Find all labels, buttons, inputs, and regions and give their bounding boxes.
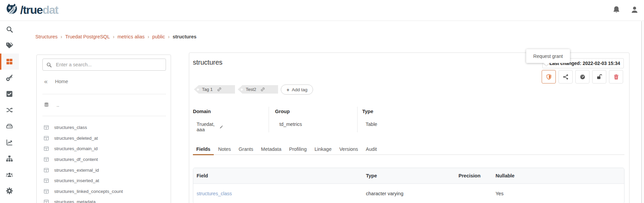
table-icon [43, 157, 49, 162]
sidebar-item-settings[interactable] [0, 183, 19, 199]
tree-item[interactable]: structures_inserted_at [37, 175, 171, 186]
sidebar-item-tags[interactable] [0, 37, 19, 54]
sidebar-item-shuffle[interactable] [0, 102, 19, 118]
unlock-button[interactable] [592, 70, 606, 83]
field-nullable: Yes [496, 191, 624, 196]
trash-icon [613, 74, 619, 80]
tag-label: Test2 [246, 87, 256, 92]
bell-icon[interactable] [612, 5, 621, 15]
table-icon [43, 167, 49, 173]
sidebar-item-users[interactable] [0, 167, 19, 183]
tab-linkage[interactable]: Linkage [311, 144, 335, 155]
breadcrumb-link-group[interactable]: metrics alias [117, 34, 145, 39]
key-icon [6, 74, 13, 81]
structure-tree-panel: « Home .. structures_class structures_de… [36, 55, 171, 203]
breadcrumb-link-schema[interactable]: public [152, 34, 165, 39]
scrollbar[interactable] [641, 21, 644, 203]
sidebar-item-storage[interactable] [0, 118, 19, 134]
tree-item[interactable]: structures_domain_id [37, 143, 171, 154]
tree-up-item[interactable]: .. [42, 100, 59, 110]
table-icon [43, 178, 49, 183]
field-type: character varying [366, 191, 459, 196]
field-tree: structures_class structures_deleted_at s… [37, 122, 171, 203]
tree-home-item[interactable]: « Home [42, 77, 68, 86]
breadcrumb-current: structures [173, 34, 197, 39]
brand-wordmark: /truedat [20, 3, 58, 16]
delete-button[interactable] [609, 70, 623, 83]
truedat-logo[interactable]: /truedat [5, 3, 58, 17]
add-tag-label: Add tag [292, 87, 308, 92]
tree-item[interactable]: structures_linked_concepts_count [37, 186, 171, 197]
action-button-row [542, 70, 626, 83]
tab-notes[interactable]: Notes [215, 144, 234, 155]
page-title: structures [193, 59, 223, 66]
tree-item[interactable]: structures_class [37, 122, 171, 133]
database-icon [43, 102, 49, 108]
table-icon [43, 189, 49, 194]
share-icon [563, 74, 569, 80]
sidebar-item-lineage[interactable] [0, 150, 19, 167]
request-grant-button[interactable] [542, 70, 556, 83]
tab-profiling[interactable]: Profiling [286, 144, 310, 155]
tag-hole-icon [197, 89, 199, 91]
tag-hole-icon [241, 89, 243, 91]
breadcrumb-separator: › [147, 34, 149, 39]
sitemap-icon [6, 155, 13, 162]
tree-item[interactable]: structures_metadata [37, 197, 171, 203]
fields-table: Field Type Precision Nullable structures… [193, 168, 624, 203]
breadcrumb-separator: › [61, 34, 62, 39]
page: /truedat Structures›Truedat PostgreSQL›m… [0, 0, 644, 203]
sidebar-item-catalog[interactable] [0, 54, 19, 70]
fields-table-header: Field Type Precision Nullable [193, 168, 624, 184]
sidebar-item-quality[interactable] [0, 86, 19, 102]
up-item-label: .. [57, 102, 59, 108]
grid-icon [6, 58, 13, 65]
link-icon[interactable] [217, 87, 222, 92]
add-tag-button[interactable]: + Add tag [281, 84, 313, 95]
sidebar-item-dashboards[interactable] [0, 134, 19, 150]
breadcrumb-separator: › [113, 34, 114, 39]
collapse-chevrons-icon: « [44, 78, 48, 85]
tab-audit[interactable]: Audit [363, 144, 380, 155]
tab-metadata[interactable]: Metadata [258, 144, 284, 155]
breadcrumb-link-system[interactable]: Truedat PostgreSQL [65, 34, 110, 39]
tag-chip[interactable]: Test2 [238, 85, 278, 94]
field-link[interactable]: structures_class [193, 191, 366, 196]
divider [269, 107, 269, 132]
shield-icon [546, 74, 552, 80]
tooltip-text: Request grant [533, 54, 563, 59]
tree-search-box [42, 59, 166, 71]
divider [42, 116, 166, 116]
sidebar-item-permissions[interactable] [0, 70, 19, 86]
shuffle-icon [6, 106, 13, 114]
tab-versions[interactable]: Versions [336, 144, 362, 155]
tab-grants[interactable]: Grants [235, 144, 257, 155]
type-label: Type [362, 109, 373, 114]
owl-logo-icon [5, 3, 19, 17]
edit-pencil-icon[interactable] [219, 124, 223, 130]
tree-item[interactable]: structures_deleted_at [37, 133, 171, 144]
breadcrumb-link-structures[interactable]: Structures [35, 34, 58, 39]
column-header-nullable: Nullable [496, 173, 624, 178]
divider [357, 107, 358, 132]
tab-fields[interactable]: Fields [193, 144, 214, 155]
group-value: td_metrics [279, 122, 302, 127]
hard-drive-icon [6, 123, 13, 130]
tree-search-input[interactable] [56, 62, 162, 67]
quality-gauge-button[interactable] [575, 70, 589, 83]
group-label: Group [275, 109, 290, 114]
sidebar-item-search[interactable] [0, 21, 19, 37]
column-header-field: Field [193, 173, 366, 178]
user-icon[interactable] [630, 5, 640, 15]
search-icon [46, 62, 52, 68]
unlock-icon [596, 74, 603, 80]
link-icon[interactable] [260, 87, 265, 92]
tree-item[interactable]: structures_external_id [37, 165, 171, 175]
tree-item[interactable]: structures_df_content [37, 154, 171, 165]
breadcrumb-separator: › [168, 34, 170, 39]
gear-icon [6, 187, 13, 195]
tag-chip[interactable]: Tag 1 [194, 85, 235, 94]
column-header-precision: Precision [459, 173, 496, 178]
table-icon [43, 199, 49, 203]
share-button[interactable] [558, 70, 573, 83]
